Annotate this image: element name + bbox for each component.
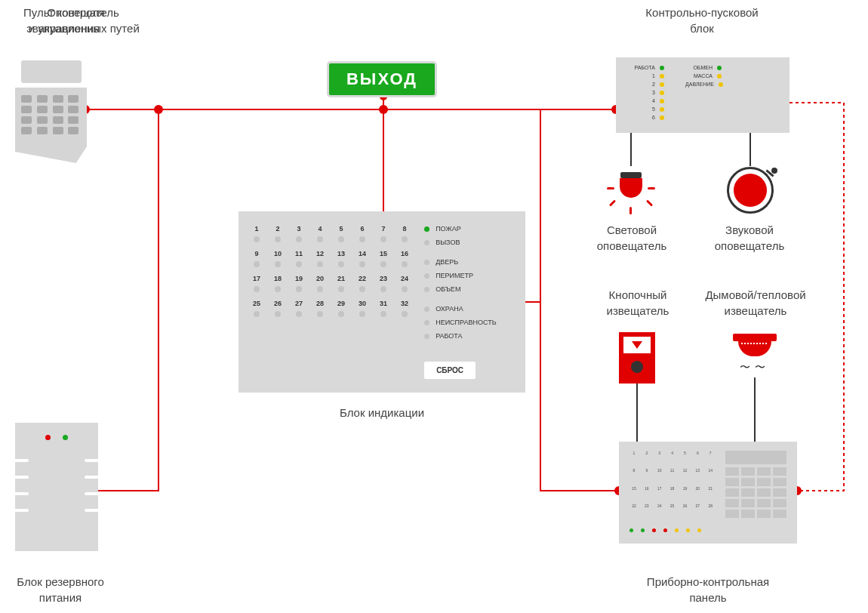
zone-22: 22	[356, 275, 368, 292]
label-smoke-detector: Дымовой/тепловойизвещатель	[691, 287, 820, 319]
zone-1: 1	[251, 225, 263, 242]
status-РАБОТА: РАБОТА	[424, 332, 513, 340]
zone-15: 15	[377, 250, 389, 267]
zone-11: 11	[293, 250, 305, 267]
status-ДВЕРЬ: ДВЕРЬ	[424, 258, 513, 266]
zone-8: 8	[399, 225, 411, 242]
zone-4: 4	[314, 225, 326, 242]
zone-10: 10	[272, 250, 284, 267]
label-ctrl-launch: Контрольно-пусковойблок	[611, 5, 793, 36]
zone-13: 13	[335, 250, 347, 267]
backup-power-block	[15, 423, 98, 551]
zone-24: 24	[399, 275, 411, 292]
status-ОХРАНА: ОХРАНА	[424, 305, 513, 313]
label-backup-power: Блок резервногопитания	[0, 574, 121, 605]
zone-6: 6	[356, 225, 368, 242]
zone-25: 25	[251, 300, 263, 317]
zone-16: 16	[399, 250, 411, 267]
status-НЕИСПРАВНОСТЬ: НЕИСПРАВНОСТЬ	[424, 319, 513, 326]
status-ВЫЗОВ: ВЫЗОВ	[424, 239, 513, 246]
label-light-notifier: Световойоповещатель	[583, 222, 681, 254]
zone-29: 29	[335, 300, 347, 317]
control-launch-block: РАБОТА123456 ОБМЕНМАССАДАВЛЕНИЕ	[616, 57, 790, 133]
zone-21: 21	[335, 275, 347, 292]
label-indication: Блок индикации	[306, 405, 457, 420]
reset-button[interactable]: СБРОС	[424, 362, 476, 379]
smoke-detector-icon: 〜〜	[732, 334, 777, 379]
status-ОБЪЕМ: ОБЪЕМ	[424, 285, 513, 293]
zone-12: 12	[314, 250, 326, 267]
zone-14: 14	[356, 250, 368, 267]
zone-26: 26	[272, 300, 284, 317]
zone-32: 32	[399, 300, 411, 317]
zone-5: 5	[335, 225, 347, 242]
zone-18: 18	[272, 275, 284, 292]
button-detector-icon	[619, 332, 655, 384]
zone-19: 19	[293, 275, 305, 292]
zone-20: 20	[314, 275, 326, 292]
label-button-detector: Кнопочныйизвещатель	[589, 287, 687, 319]
zone-17: 17	[251, 275, 263, 292]
label-exit-notifier: Оповещательэвакуационных путей	[0, 5, 166, 36]
exit-sign: ВЫХОД	[329, 63, 435, 95]
sound-notifier-icon	[725, 165, 776, 216]
zone-23: 23	[377, 275, 389, 292]
status-ПОЖАР: ПОЖАР	[424, 225, 513, 233]
light-notifier-icon	[607, 166, 655, 214]
zone-7: 7	[377, 225, 389, 242]
zone-30: 30	[356, 300, 368, 317]
keypad-device	[15, 60, 87, 166]
indication-block: 1234567891011121314151617181920212223242…	[239, 211, 525, 393]
zone-28: 28	[314, 300, 326, 317]
zone-3: 3	[293, 225, 305, 242]
zone-31: 31	[377, 300, 389, 317]
svg-point-1	[154, 105, 163, 114]
label-sound-notifier: Звуковойоповещатель	[700, 222, 799, 254]
svg-point-3	[379, 105, 388, 114]
label-control-panel: Приборно-контрольнаяпанель	[619, 574, 797, 605]
control-panel-device: 1234567891011121314151617181920212223242…	[619, 442, 797, 544]
zone-9: 9	[251, 250, 263, 267]
zone-27: 27	[293, 300, 305, 317]
zone-2: 2	[272, 225, 284, 242]
status-ПЕРИМЕТР: ПЕРИМЕТР	[424, 272, 513, 279]
